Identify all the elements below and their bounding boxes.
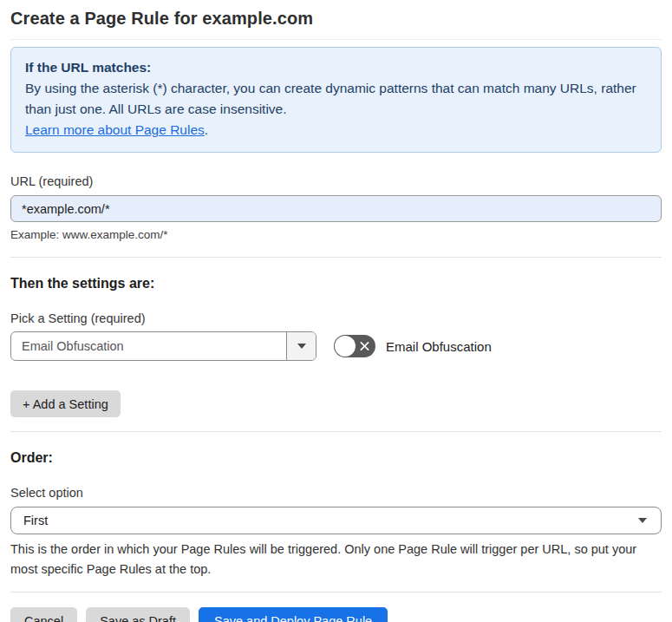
create-page-rule-form: Create a Page Rule for example.com If th… bbox=[0, 0, 672, 622]
section-divider bbox=[10, 431, 662, 432]
save-and-deploy-button[interactable]: Save and Deploy Page Rule bbox=[199, 607, 388, 622]
order-description: This is the order in which your Page Rul… bbox=[10, 540, 656, 579]
url-match-info-box: If the URL matches: By using the asteris… bbox=[10, 47, 662, 153]
order-select-label: Select option bbox=[10, 486, 662, 500]
setting-dropdown-caret-button[interactable] bbox=[286, 332, 316, 360]
toggle-label: Email Obfuscation bbox=[386, 339, 492, 354]
chevron-down-icon bbox=[297, 344, 306, 349]
toggle-x-icon bbox=[360, 342, 369, 351]
url-input[interactable] bbox=[10, 195, 662, 222]
link-period: . bbox=[205, 122, 208, 137]
add-setting-button[interactable]: + Add a Setting bbox=[10, 390, 121, 417]
setting-dropdown-value: Email Obfuscation bbox=[11, 332, 286, 360]
section-divider bbox=[10, 257, 662, 258]
pick-setting-label: Pick a Setting (required) bbox=[10, 311, 662, 325]
email-obfuscation-toggle[interactable] bbox=[334, 335, 375, 357]
url-field-label: URL (required) bbox=[10, 174, 662, 188]
save-as-draft-button[interactable]: Save as Draft bbox=[86, 607, 190, 622]
cancel-button[interactable]: Cancel bbox=[10, 607, 77, 622]
order-dropdown-value: First bbox=[23, 514, 48, 527]
url-example-text: Example: www.example.com/* bbox=[10, 228, 662, 241]
setting-dropdown[interactable]: Email Obfuscation bbox=[10, 331, 316, 361]
title-divider bbox=[10, 39, 662, 40]
setting-row: Email Obfuscation Email Obfuscation bbox=[10, 331, 662, 361]
order-dropdown[interactable]: First bbox=[10, 507, 662, 534]
learn-more-link[interactable]: Learn more about Page Rules bbox=[25, 122, 205, 137]
info-box-body: By using the asterisk (*) character, you… bbox=[25, 78, 647, 120]
info-box-link-line: Learn more about Page Rules. bbox=[25, 120, 647, 141]
toggle-knob bbox=[335, 336, 356, 357]
order-section-heading: Order: bbox=[10, 450, 662, 466]
settings-section-heading: Then the settings are: bbox=[10, 276, 662, 291]
footer-actions: Cancel Save as Draft Save and Deploy Pag… bbox=[10, 607, 662, 622]
footer-divider bbox=[10, 592, 662, 593]
chevron-down-icon bbox=[638, 518, 647, 523]
info-box-heading: If the URL matches: bbox=[25, 57, 647, 78]
page-title: Create a Page Rule for example.com bbox=[10, 9, 662, 29]
